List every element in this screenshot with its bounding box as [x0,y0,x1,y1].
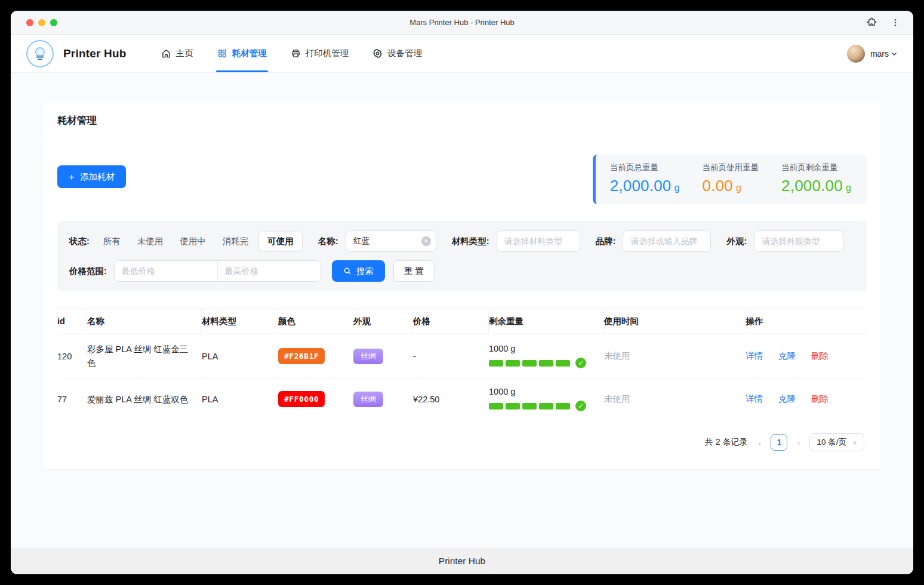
stat-label: 当前页剩余重量 [781,162,851,173]
weight-progress-bar: ✓ [489,401,598,411]
status-option-in-use[interactable]: 使用中 [173,232,212,251]
nav-item-label: 主页 [176,48,193,59]
appearance-filter-label: 外观: [726,236,747,247]
status-option-unused[interactable]: 未使用 [131,232,170,251]
price-min-input[interactable] [115,261,217,281]
nav-item-home[interactable]: 主页 [161,35,193,72]
color-code-badge: #F26B1F [278,348,325,364]
brand-filter-input[interactable] [623,230,711,252]
table-header-row: id 名称 材料类型 颜色 外观 价格 剩余重量 使用时间 操作 [57,308,867,334]
menu-dots-icon[interactable] [891,18,900,27]
nav-item-label: 打印机管理 [306,48,349,59]
clone-link[interactable]: 克隆 [778,351,796,361]
cell-actions: 详情 克隆 删除 [746,385,867,413]
screen: Mars Printer Hub - Printer Hub [0,0,924,585]
chevron-down-icon [891,50,898,57]
main-nav: 主页 耗材管理 [161,35,423,72]
price-range-inputs [114,260,321,282]
appearance-filter-input[interactable] [754,230,843,252]
cell-actions: 详情 克隆 删除 [746,342,867,370]
cell-usage-time: 未使用 [604,342,746,370]
consumables-table: id 名称 材料类型 颜色 外观 价格 剩余重量 使用时间 操作 120 [57,308,867,420]
stat-used-weight: 当前页使用重量 0.00g [703,162,759,195]
clear-input-icon[interactable]: ✕ [421,236,431,246]
column-header-color: 颜色 [278,310,353,333]
status-option-depleted[interactable]: 消耗完 [216,232,255,251]
cell-name: 爱丽兹 PLA 丝绸 红蓝双色 [87,384,202,414]
cell-id: 77 [57,386,87,412]
check-circle-icon: ✓ [575,401,586,411]
user-avatar [847,45,865,63]
user-name: mars [870,49,889,59]
prev-page-icon[interactable]: ‹ [757,438,762,448]
delete-link[interactable]: 删除 [811,351,828,361]
browser-window: Mars Printer Hub - Printer Hub [11,11,913,574]
cell-price: ¥22.50 [413,386,489,412]
material-filter-input[interactable] [497,230,580,252]
footer-text: Printer Hub [439,556,485,566]
pagination: 共 2 条记录 ‹ 1 › 10 条/页 ∨ [57,433,864,451]
status-filter-label: 状态: [69,236,90,247]
cell-remaining-weight: 1000 g ✓ [489,335,604,377]
reset-button[interactable]: 重 置 [393,260,435,282]
price-range-label: 价格范围: [69,266,107,277]
column-header-price: 价格 [413,310,489,333]
nav-item-label: 设备管理 [387,48,422,59]
search-button[interactable]: 搜索 [332,260,385,282]
appearance-badge: 丝绸 [353,349,383,364]
extensions-icon[interactable] [866,17,877,28]
cell-remaining-weight: 1000 g ✓ [489,378,604,420]
brand-filter-label: 品牌: [596,236,616,247]
toolbar: + 添加耗材 当前页总重量 2,000.00g 当前页使用重量 [57,155,867,204]
search-icon [343,267,352,275]
table-row: 77 爱丽兹 PLA 丝绸 红蓝双色 PLA #FF0000 丝绸 ¥22.50… [57,378,867,420]
stat-value: 2,000.00g [610,177,680,195]
cell-id: 120 [57,343,87,370]
cell-material: PLA [202,343,278,370]
printer-icon [291,48,301,59]
status-option-available[interactable]: 可使用 [258,232,303,251]
nav-item-devices[interactable]: 设备管理 [372,35,422,72]
delete-link[interactable]: 删除 [811,394,828,404]
consumables-card: 耗材管理 + 添加耗材 当前页总重量 2,000.0 [43,101,881,469]
app-logo-icon [26,40,54,67]
detail-link[interactable]: 详情 [746,351,763,361]
column-header-appearance: 外观 [353,310,413,333]
page-title: 耗材管理 [57,114,867,127]
window-title: Mars Printer Hub - Printer Hub [11,18,913,27]
page-number-button[interactable]: 1 [771,434,787,451]
cell-usage-time: 未使用 [604,385,746,413]
nav-item-consumables[interactable]: 耗材管理 [217,35,267,72]
detail-link[interactable]: 详情 [746,394,763,404]
page-size-select[interactable]: 10 条/页 ∨ [809,433,864,451]
cell-name: 彩多屋 PLA 丝绸 红蓝金三色 [87,334,202,378]
brand-title: Printer Hub [63,47,127,60]
table-row: 120 彩多屋 PLA 丝绸 红蓝金三色 PLA #F26B1F 丝绸 - 10… [57,334,867,378]
clone-link[interactable]: 克隆 [778,394,796,404]
check-circle-icon: ✓ [575,358,586,368]
nav-item-printers[interactable]: 打印机管理 [291,35,349,72]
status-option-all[interactable]: 所有 [97,232,127,251]
price-max-input[interactable] [218,261,321,281]
user-menu[interactable]: mars [847,45,898,63]
column-header-material: 材料类型 [202,310,278,333]
nav-item-label: 耗材管理 [232,48,267,59]
stat-label: 当前页使用重量 [703,162,759,173]
filter-panel: 状态: 所有 未使用 使用中 消耗完 可使用 名称: ✕ [57,221,867,291]
record-count: 共 2 条记录 [705,437,748,448]
stat-value: 2,000.00g [781,177,851,195]
grid-icon [217,48,227,59]
weight-progress-bar: ✓ [489,358,598,368]
color-code-badge: #FF0000 [278,391,325,407]
stat-total-weight: 当前页总重量 2,000.00g [610,162,680,195]
name-filter-label: 名称: [318,236,338,247]
card-header: 耗材管理 [43,101,881,140]
plus-icon: + [69,172,75,182]
next-page-icon[interactable]: › [796,438,801,448]
column-header-actions: 操作 [746,310,867,333]
column-header-weight: 剩余重量 [489,310,604,333]
browser-titlebar: Mars Printer Hub - Printer Hub [11,11,913,35]
column-header-id: id [57,310,87,332]
add-consumable-button[interactable]: + 添加耗材 [57,165,126,188]
cell-material: PLA [202,386,278,412]
